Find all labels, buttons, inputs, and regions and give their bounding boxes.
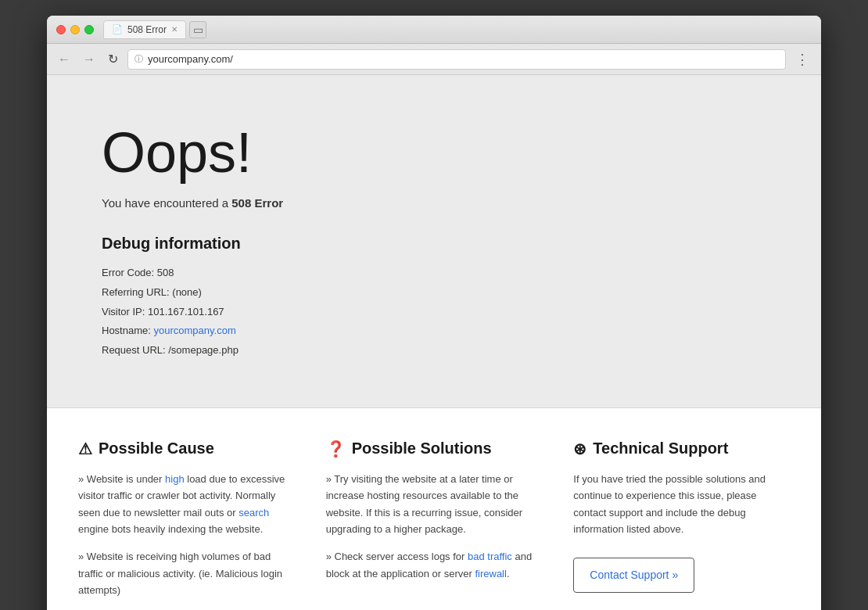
support-body-text: If you have tried the possible solutions…: [573, 471, 790, 538]
solutions-title-text: Possible Solutions: [352, 440, 492, 458]
page-content: Oops! You have encountered a 508 Error D…: [47, 75, 821, 610]
cause-para1: » Website is under high load due to exce…: [78, 471, 295, 538]
browser-menu-button[interactable]: ⋮: [792, 51, 813, 68]
refresh-button[interactable]: ↻: [105, 50, 121, 68]
cause-panel-body: » Website is under high load due to exce…: [78, 471, 295, 599]
support-panel-body: If you have tried the possible solutions…: [573, 471, 790, 594]
cause-para2: » Website is receiving high volumes of b…: [78, 548, 295, 598]
browser-tab[interactable]: 📄 508 Error ✕: [103, 20, 186, 39]
possible-cause-panel: ⚠ Possible Cause » Website is under high…: [78, 440, 295, 610]
tab-close-button[interactable]: ✕: [171, 25, 178, 34]
security-lock-icon: ⓘ: [135, 53, 143, 65]
technical-support-panel: ⊛ Technical Support If you have tried th…: [573, 440, 790, 610]
url-input[interactable]: ⓘ yourcompany.com/: [127, 49, 786, 70]
error-code-inline: 508 Error: [231, 196, 283, 210]
solutions-panel-title: ❓ Possible Solutions: [326, 440, 543, 458]
support-panel-title: ⊛ Technical Support: [573, 440, 790, 458]
tab-bar: 📄 508 Error ✕ ▭: [103, 20, 812, 39]
solutions-panel-body: » Try visiting the website at a later ti…: [326, 471, 543, 583]
support-title-text: Technical Support: [593, 440, 728, 458]
debug-request-url: Request URL: /somepage.php: [102, 341, 766, 361]
debug-title: Debug information: [102, 235, 766, 253]
new-tab-button[interactable]: ▭: [189, 21, 206, 38]
solutions-para2: » Check server access logs for bad traff…: [326, 548, 543, 582]
cause-high-link[interactable]: high: [165, 473, 185, 485]
subtitle-prefix: You have encountered a: [102, 196, 231, 210]
cause-title-text: Possible Cause: [99, 440, 214, 458]
solutions-firewall-link[interactable]: firewall: [475, 568, 506, 580]
title-bar: 📄 508 Error ✕ ▭: [47, 16, 821, 44]
bottom-section: ⚠ Possible Cause » Website is under high…: [47, 408, 821, 610]
new-tab-icon: ▭: [193, 23, 203, 36]
debug-error-code: Error Code: 508: [102, 264, 766, 283]
debug-visitor-ip: Visitor IP: 101.167.101.167: [102, 303, 766, 322]
oops-heading: Oops!: [102, 122, 766, 184]
close-window-button[interactable]: [56, 25, 66, 34]
warning-icon: ⚠: [78, 440, 92, 458]
possible-solutions-panel: ❓ Possible Solutions » Try visiting the …: [326, 440, 543, 610]
minimize-window-button[interactable]: [70, 25, 80, 34]
browser-window: 📄 508 Error ✕ ▭ ← → ↻ ⓘ yourcompany.com/…: [47, 16, 821, 610]
address-bar: ← → ↻ ⓘ yourcompany.com/ ⋮: [47, 44, 821, 75]
back-button[interactable]: ←: [55, 51, 74, 68]
traffic-lights: [56, 25, 94, 34]
debug-info: Error Code: 508 Referring URL: (none) Vi…: [102, 264, 766, 360]
cause-search-link[interactable]: search: [239, 507, 269, 518]
error-subtitle: You have encountered a 508 Error: [102, 196, 766, 210]
contact-support-button[interactable]: Contact Support »: [573, 558, 694, 593]
referring-url-text: Referring URL: (none): [102, 286, 202, 298]
hostname-link[interactable]: yourcompany.com: [153, 325, 235, 336]
tab-icon: 📄: [112, 24, 123, 34]
solutions-para1: » Try visiting the website at a later ti…: [326, 471, 543, 538]
question-icon: ❓: [326, 440, 346, 458]
forward-button[interactable]: →: [80, 51, 99, 68]
url-text: yourcompany.com/: [148, 53, 233, 65]
hero-section: Oops! You have encountered a 508 Error D…: [47, 75, 821, 408]
cause-panel-title: ⚠ Possible Cause: [78, 440, 295, 458]
debug-referring-url: Referring URL: (none): [102, 283, 766, 303]
tab-title: 508 Error: [127, 24, 167, 35]
maximize-window-button[interactable]: [84, 25, 94, 34]
debug-hostname: Hostname: yourcompany.com: [102, 321, 766, 341]
support-icon: ⊛: [573, 440, 586, 458]
solutions-bad-traffic-link[interactable]: bad traffic: [468, 551, 512, 562]
